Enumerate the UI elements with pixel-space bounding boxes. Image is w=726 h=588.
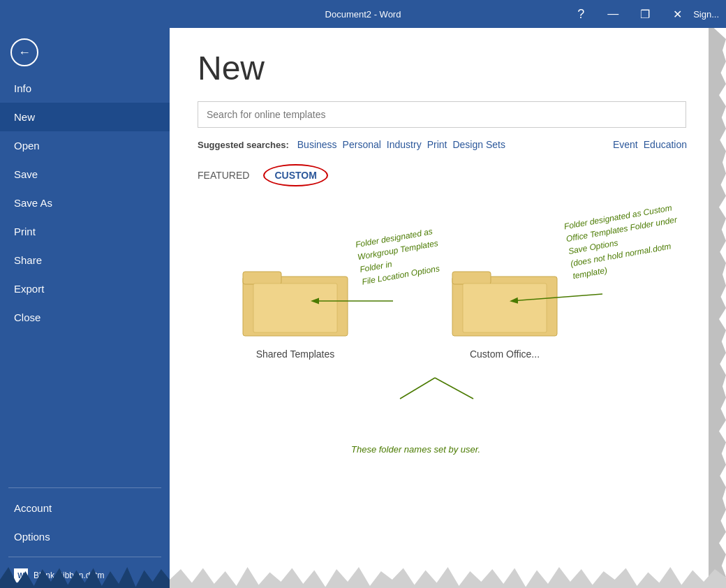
suggested-link-education[interactable]: Education	[644, 139, 687, 150]
annotation-bottom: These folder names set by user.	[351, 444, 480, 455]
right-torn-edge	[709, 28, 726, 588]
titlebar: Document2 - Word ? — ❐ ✕ Sign...	[0, 0, 726, 28]
close-button[interactable]: ✕	[661, 0, 693, 28]
svg-line-9	[435, 378, 473, 399]
tab-featured[interactable]: FEATURED	[198, 167, 249, 184]
suggested-link-personal[interactable]: Personal	[343, 139, 381, 150]
sign-in-link[interactable]: Sign...	[693, 9, 719, 20]
search-input[interactable]	[198, 101, 686, 128]
tabs-row: FEATURED CUSTOM	[198, 164, 698, 186]
template-area: Shared Templates Custom Office... Folder…	[198, 203, 698, 483]
sidebar-item-export[interactable]: Export	[0, 274, 170, 303]
suggested-link-design-sets[interactable]: Design Sets	[452, 139, 505, 150]
sidebar-item-save-as[interactable]: Save As	[0, 189, 170, 217]
sidebar: ← Info New Open Save Save As Print Share…	[0, 28, 170, 588]
sidebar-item-print[interactable]: Print	[0, 217, 170, 246]
back-circle-icon: ←	[10, 38, 38, 66]
suggested-searches: Suggested searches: Business Personal In…	[198, 139, 698, 150]
titlebar-title: Document2 - Word	[325, 9, 401, 20]
suggested-link-industry[interactable]: Industry	[387, 139, 422, 150]
svg-rect-5	[463, 284, 547, 332]
suggested-link-business[interactable]: Business	[297, 139, 337, 150]
suggested-link-event[interactable]: Event	[613, 139, 638, 150]
svg-rect-2	[253, 284, 337, 332]
sidebar-item-account[interactable]: Account	[0, 494, 170, 522]
sidebar-item-new[interactable]: New	[0, 103, 170, 131]
content-area: New Suggested searches: Business Persona…	[170, 28, 726, 588]
custom-office-folder[interactable]: Custom Office...	[449, 259, 561, 360]
tab-custom[interactable]: CUSTOM	[263, 164, 327, 186]
suggested-link-print[interactable]: Print	[427, 139, 447, 150]
svg-rect-4	[452, 272, 491, 284]
folder-icon-custom	[449, 259, 561, 343]
annotation-right: Folder designated as CustomOffice Templa…	[563, 201, 684, 283]
svg-rect-1	[243, 272, 281, 284]
shared-templates-label: Shared Templates	[239, 348, 351, 360]
annotation-left: Folder designated asWorkgroup TemplatesF…	[355, 224, 444, 288]
sidebar-item-options[interactable]: Options	[0, 522, 170, 551]
titlebar-controls: ? — ❐ ✕ Sign...	[565, 0, 726, 28]
custom-office-label: Custom Office...	[449, 348, 561, 360]
folder-icon-shared	[239, 259, 351, 343]
app-body: ← Info New Open Save Save As Print Share…	[0, 28, 726, 588]
maximize-button[interactable]: ❐	[629, 0, 661, 28]
help-button[interactable]: ?	[565, 0, 597, 28]
shared-templates-folder[interactable]: Shared Templates	[239, 259, 351, 360]
page-title: New	[198, 49, 698, 87]
sidebar-item-open[interactable]: Open	[0, 131, 170, 160]
nav-divider-1	[8, 487, 161, 488]
sidebar-item-close[interactable]: Close	[0, 303, 170, 332]
back-button[interactable]: ←	[6, 34, 43, 71]
suggested-label: Suggested searches:	[198, 140, 289, 150]
sidebar-item-save[interactable]: Save	[0, 160, 170, 189]
minimize-button[interactable]: —	[597, 0, 629, 28]
sidebar-item-share[interactable]: Share	[0, 246, 170, 274]
sidebar-item-info[interactable]: Info	[0, 74, 170, 103]
svg-line-8	[400, 378, 435, 399]
nav-divider-2	[8, 557, 161, 557]
